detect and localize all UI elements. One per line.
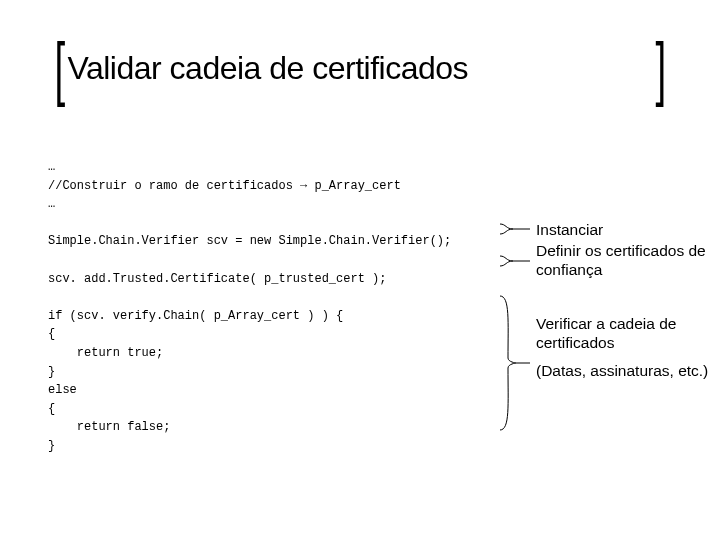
annotation-definir: Definir os certificados de confiança: [536, 241, 720, 280]
code-line: scv. add.Trusted.Certificate( p_trusted_…: [48, 272, 386, 286]
code-line: //Construir o ramo de certificados → p_A…: [48, 179, 401, 193]
code-line: Simple.Chain.Verifier scv = new Simple.C…: [48, 234, 451, 248]
code-line: else: [48, 383, 77, 397]
brace-icon: [498, 222, 532, 236]
code-line: }: [48, 365, 55, 379]
bracket-left-icon: [: [54, 33, 65, 103]
slide: [ Validar cadeia de certificados ] … //C…: [0, 0, 720, 540]
slide-title: Validar cadeia de certificados: [63, 50, 656, 87]
code-line: return true;: [48, 346, 163, 360]
annotation-datas: (Datas, assinaturas, etc.): [536, 361, 716, 380]
bracket-right-icon: ]: [655, 33, 666, 103]
annotation-instanciar: Instanciar: [536, 220, 716, 239]
brace-icon: [498, 292, 532, 434]
code-line: …: [48, 160, 55, 174]
code-line: return false;: [48, 420, 170, 434]
annotation-verificar: Verificar a cadeia de certificados: [536, 314, 716, 353]
slide-title-wrap: [ Validar cadeia de certificados ]: [50, 38, 670, 98]
code-line: {: [48, 402, 55, 416]
code-line: {: [48, 327, 55, 341]
code-line: if (scv. verify.Chain( p_Array_cert ) ) …: [48, 309, 343, 323]
code-line: }: [48, 439, 55, 453]
code-block: … //Construir o ramo de certificados → p…: [48, 158, 478, 456]
code-line: …: [48, 197, 55, 211]
brace-icon: [498, 254, 532, 268]
